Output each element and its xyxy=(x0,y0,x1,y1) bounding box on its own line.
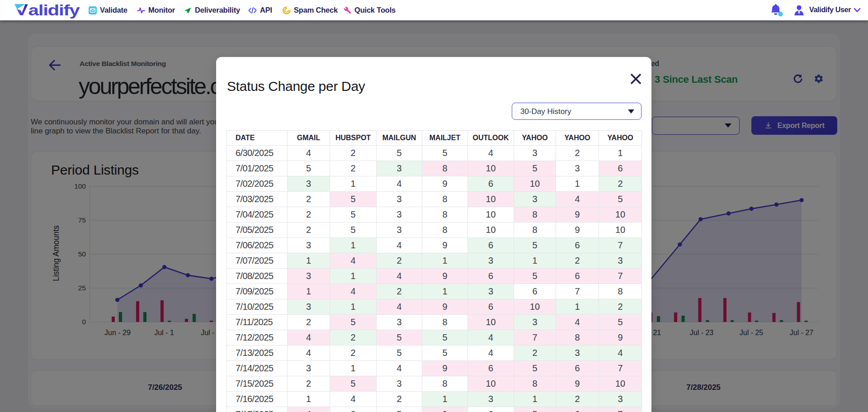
svg-text:alidify: alidify xyxy=(28,3,80,19)
